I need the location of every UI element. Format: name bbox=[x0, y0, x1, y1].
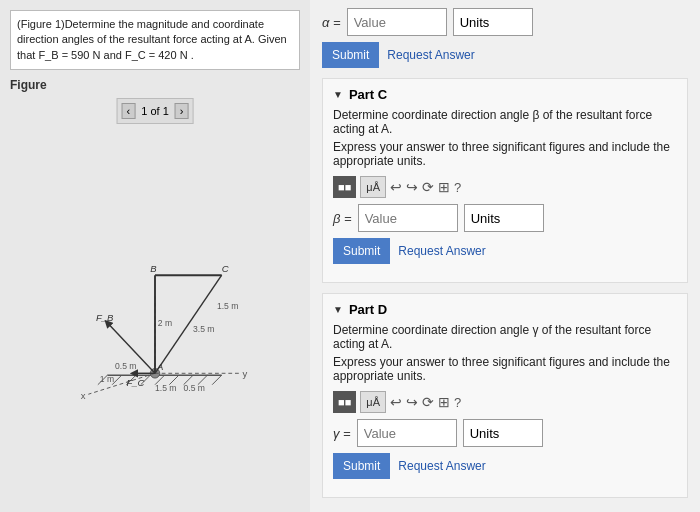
next-page-button[interactable]: › bbox=[175, 103, 189, 119]
problem-statement: (Figure 1)Determine the magnitude and co… bbox=[10, 10, 300, 70]
gamma-units-box: Units bbox=[463, 419, 543, 447]
prev-page-button[interactable]: ‹ bbox=[122, 103, 136, 119]
part-c-submit-row: Submit Request Answer bbox=[333, 238, 677, 264]
right-panel: α = Units Submit Request Answer ▼ Part C… bbox=[310, 0, 700, 512]
part-a-submit-row: Submit Request Answer bbox=[322, 42, 688, 68]
part-a-answer-row: α = Units bbox=[322, 8, 688, 36]
beta-units-box: Units bbox=[464, 204, 544, 232]
part-c-answer-row: β = Units bbox=[333, 204, 677, 232]
svg-text:2 m: 2 m bbox=[158, 318, 172, 328]
part-c-request-button[interactable]: Request Answer bbox=[398, 244, 485, 258]
part-d-request-button[interactable]: Request Answer bbox=[398, 459, 485, 473]
svg-text:F_C: F_C bbox=[126, 377, 144, 388]
part-c-help-icon[interactable]: ? bbox=[454, 180, 461, 195]
gamma-label: γ = bbox=[333, 426, 351, 441]
part-c-toolbar: ■■ μÅ ↩ ↪ ⟳ ⊞ ? bbox=[333, 176, 677, 198]
gamma-units-text: Units bbox=[470, 426, 500, 441]
part-d-toolbar: ■■ μÅ ↩ ↪ ⟳ ⊞ ? bbox=[333, 391, 677, 413]
alpha-units-box: Units bbox=[453, 8, 533, 36]
part-c-submit-button[interactable]: Submit bbox=[333, 238, 390, 264]
diagram-container: ‹ 1 of 1 › bbox=[10, 96, 300, 502]
part-d-reset-icon[interactable]: ⟳ bbox=[422, 394, 434, 410]
figure-area: Figure ‹ 1 of 1 › bbox=[10, 78, 300, 502]
figure-diagram: y x F_B F_C B bbox=[25, 199, 285, 399]
part-d-img-icon[interactable]: ⊞ bbox=[438, 394, 450, 410]
part-c-img-icon[interactable]: ⊞ bbox=[438, 179, 450, 195]
svg-text:1.5 m: 1.5 m bbox=[217, 301, 238, 311]
pagination-bar: ‹ 1 of 1 › bbox=[117, 98, 194, 124]
figure-label: Figure bbox=[10, 78, 300, 92]
svg-text:F_B: F_B bbox=[96, 312, 114, 323]
part-c-reset-icon[interactable]: ⟳ bbox=[422, 179, 434, 195]
svg-text:A: A bbox=[156, 362, 163, 373]
part-d-instruction: Express your answer to three significant… bbox=[333, 355, 677, 383]
svg-text:x: x bbox=[81, 390, 86, 399]
part-c-format-dark-button[interactable]: ■■ bbox=[333, 176, 356, 198]
part-d-undo-icon[interactable]: ↩ bbox=[390, 394, 402, 410]
svg-text:1 m: 1 m bbox=[100, 374, 114, 384]
part-d-format-dark-button[interactable]: ■■ bbox=[333, 391, 356, 413]
beta-units-text: Units bbox=[471, 211, 501, 226]
part-d-redo-icon[interactable]: ↪ bbox=[406, 394, 418, 410]
part-c-redo-icon[interactable]: ↪ bbox=[406, 179, 418, 195]
part-a-request-button[interactable]: Request Answer bbox=[387, 48, 474, 62]
part-c-description: Determine coordinate direction angle β o… bbox=[333, 108, 677, 136]
alpha-label: α = bbox=[322, 15, 341, 30]
svg-text:0.5 m: 0.5 m bbox=[184, 383, 205, 393]
beta-label: β = bbox=[333, 211, 352, 226]
problem-text: (Figure 1)Determine the magnitude and co… bbox=[17, 18, 287, 61]
part-d-answer-row: γ = Units bbox=[333, 419, 677, 447]
part-d-submit-row: Submit Request Answer bbox=[333, 453, 677, 479]
part-d-title: Part D bbox=[349, 302, 387, 317]
part-c-format-ua-button[interactable]: μÅ bbox=[360, 176, 386, 198]
alpha-units-text: Units bbox=[460, 15, 490, 30]
svg-text:C: C bbox=[222, 263, 229, 274]
svg-text:B: B bbox=[150, 263, 157, 274]
left-panel: (Figure 1)Determine the magnitude and co… bbox=[0, 0, 310, 512]
svg-text:0.5 m: 0.5 m bbox=[115, 361, 136, 371]
part-d-submit-button[interactable]: Submit bbox=[333, 453, 390, 479]
part-d-help-icon[interactable]: ? bbox=[454, 395, 461, 410]
part-c-instruction: Express your answer to three significant… bbox=[333, 140, 677, 168]
pagination-text: 1 of 1 bbox=[141, 105, 169, 117]
part-c-triangle-icon: ▼ bbox=[333, 89, 343, 100]
gamma-value-input[interactable] bbox=[357, 419, 457, 447]
alpha-value-input[interactable] bbox=[347, 8, 447, 36]
part-d-triangle-icon: ▼ bbox=[333, 304, 343, 315]
svg-text:y: y bbox=[243, 368, 248, 379]
part-d-description: Determine coordinate direction angle γ o… bbox=[333, 323, 677, 351]
part-c-header: ▼ Part C bbox=[333, 87, 677, 102]
svg-text:3.5 m: 3.5 m bbox=[193, 324, 214, 334]
svg-text:1.5 m: 1.5 m bbox=[155, 383, 176, 393]
part-c-undo-icon[interactable]: ↩ bbox=[390, 179, 402, 195]
part-c-section: ▼ Part C Determine coordinate direction … bbox=[322, 78, 688, 283]
svg-line-9 bbox=[212, 375, 222, 385]
part-d-section: ▼ Part D Determine coordinate direction … bbox=[322, 293, 688, 498]
part-d-format-ua-button[interactable]: μÅ bbox=[360, 391, 386, 413]
beta-value-input[interactable] bbox=[358, 204, 458, 232]
part-a-submit-button[interactable]: Submit bbox=[322, 42, 379, 68]
part-c-title: Part C bbox=[349, 87, 387, 102]
part-d-header: ▼ Part D bbox=[333, 302, 677, 317]
